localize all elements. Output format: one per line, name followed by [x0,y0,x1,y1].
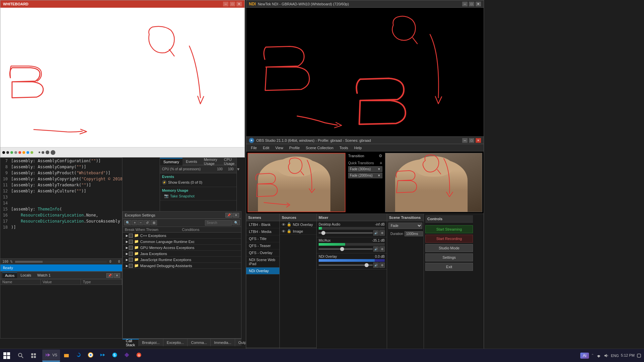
tab-exceptions[interactable]: Exceptio... [163,339,187,346]
tab-call-stack[interactable]: Call Stack [122,339,139,346]
expand-icon-java[interactable]: ▶ [125,252,129,256]
scene-item-3[interactable]: QFS - Teaser [246,242,279,249]
scene-item-1[interactable]: LTBH - Media [246,228,279,235]
mixer-settings-button-0[interactable]: ⚙ [379,230,385,236]
tab-immediate[interactable]: Immedia... [211,339,235,346]
taskbar-app-devenv[interactable] [121,350,132,362]
menu-view[interactable]: View [273,145,286,150]
scene-item-4[interactable]: QFS - Overlay [246,249,279,256]
obs-minimize[interactable]: ─ [462,138,468,143]
taskbar-app-git[interactable]: G [133,350,145,362]
exception-search-input[interactable] [205,220,232,226]
expand-icon-managed[interactable]: ▶ [125,264,129,268]
mixer-mute-button-1[interactable]: 🔊 [373,246,379,252]
whiteboard-canvas[interactable] [0,8,245,147]
taskbar-app-vscode[interactable] [97,350,108,362]
mixer-volume-slider-1[interactable] [319,248,373,250]
taskbar-app-explorer[interactable] [61,350,72,362]
code-scroll-bar[interactable] [15,261,107,263]
taskbar-app-edge[interactable] [73,350,84,362]
exit-button[interactable]: Exit [425,263,473,271]
checkbox-gpu[interactable] [129,246,133,250]
menu-help[interactable]: Help [352,145,365,150]
mixer-volume-slider-0[interactable] [319,232,373,234]
obs-qtrans-item-1[interactable]: Fade (2000ms) ▼ [348,173,382,178]
exception-row-java[interactable]: ▶ 📁 Java Exceptions [123,251,241,257]
mixer-slider-thumb-2[interactable] [365,263,369,267]
exception-remove-button[interactable]: − [138,220,144,225]
studio-mode-button[interactable]: Studio Mode [425,244,473,252]
source-item-0[interactable]: 👁 🔒 NDI Overlay [280,221,316,228]
expand-icon-js[interactable]: ▶ [125,258,129,262]
settings-button[interactable]: Settings [425,253,473,261]
size-xlarge[interactable] [51,150,55,155]
ndi-maximize[interactable]: □ [469,2,474,6]
exception-columns-button[interactable]: ⊞ [151,220,157,225]
color-green[interactable] [10,151,13,154]
menu-file[interactable]: File [248,145,260,150]
checkbox-clr[interactable] [129,240,133,244]
checkbox-js[interactable] [129,258,133,262]
size-small[interactable] [39,152,40,153]
lock-icon-1[interactable]: 🔒 [287,229,291,233]
autos-pin-button[interactable]: 📌 [106,273,113,278]
mixer-volume-slider-2[interactable] [319,264,373,266]
exception-add-button[interactable]: + [132,220,138,225]
checkbox-cpp[interactable] [129,234,133,238]
menu-edit[interactable]: Edit [260,145,272,150]
exception-search-button[interactable]: 🔍 [232,220,240,225]
system-tray-expand[interactable]: ⌃ [591,353,594,358]
autos-close-button[interactable]: ✕ [114,273,120,278]
close-button[interactable]: ✕ [236,2,242,6]
mixer-settings-button-1[interactable]: ⚙ [379,246,385,252]
exception-pin-button[interactable]: 📌 [225,213,232,218]
color-blue[interactable] [26,151,29,154]
exception-row-js[interactable]: ▶ 📁 JavaScript Runtime Exceptions [123,257,241,263]
obs-maximize[interactable]: □ [469,138,474,143]
scene-item-2[interactable]: QFS - Title [246,235,279,242]
obs-qtrans-add-button[interactable]: + [380,160,382,166]
eye-icon-0[interactable]: 👁 [282,223,285,227]
exception-filter-button[interactable]: 🔍 [124,220,131,225]
color-orange[interactable] [22,151,25,154]
taskbar-search-icon[interactable] [15,350,27,362]
tab-summary[interactable]: Summary [160,158,182,165]
lock-icon-0[interactable]: 🔒 [287,222,291,227]
transition-type-select[interactable]: Fade [388,223,422,229]
tab-events[interactable]: Events [182,158,201,165]
taskbar-app-chrome[interactable] [85,350,96,362]
mixer-settings-button-2[interactable]: ⚙ [379,262,385,268]
ndi-close[interactable]: ✕ [476,2,481,6]
taskbar-app-vs[interactable]: VS [42,350,60,362]
obs-close[interactable]: ✕ [476,138,481,143]
obs-qtrans-item-0[interactable]: Fade (300ms) ▼ [348,166,382,172]
checkbox-java[interactable] [129,252,133,256]
scene-item-0[interactable]: LTBH - Blank [246,221,279,228]
color-dark[interactable] [6,151,9,154]
menu-tools[interactable]: Tools [337,145,351,150]
events-show-item[interactable]: ⚡ Show Events (0 of 0) [162,179,234,185]
duration-input[interactable] [405,231,423,236]
minimize-button[interactable]: ─ [223,2,228,6]
tab-breakpoints[interactable]: Breakpoi... [139,339,164,346]
exception-row-gpu[interactable]: ▶ 📁 GPU Memory Access Exceptions [123,245,241,251]
start-button[interactable] [0,349,13,362]
menu-profile[interactable]: Profile [286,145,302,150]
size-medium[interactable] [42,151,44,154]
tab-memory-usage[interactable]: Memory Usage [201,158,221,165]
color-gray[interactable] [14,151,17,154]
tab-autos[interactable]: Autos [2,273,17,278]
color-lightgreen[interactable] [31,151,33,154]
mixer-mute-button-2[interactable]: 🔊 [373,262,379,268]
menu-scene-collection[interactable]: Scene Collection [303,145,336,150]
exception-close-button[interactable]: ✕ [233,213,239,218]
scene-item-5[interactable]: NDI Scene Web iPad [246,256,279,267]
taskbar-task-view-icon[interactable] [28,350,40,362]
exception-restore-button[interactable]: ↺ [144,220,150,225]
obs-trans-gear-icon[interactable]: ⚙ [379,154,382,158]
cpu-dropdown-icon[interactable]: ▼ [236,167,240,172]
tab-cpu-usage[interactable]: CPU Usage [220,158,238,165]
notifications-icon[interactable] [637,353,641,358]
expand-icon-gpu[interactable]: ▶ [125,246,129,250]
scene-item-6[interactable]: NDi Overlay [246,267,279,275]
